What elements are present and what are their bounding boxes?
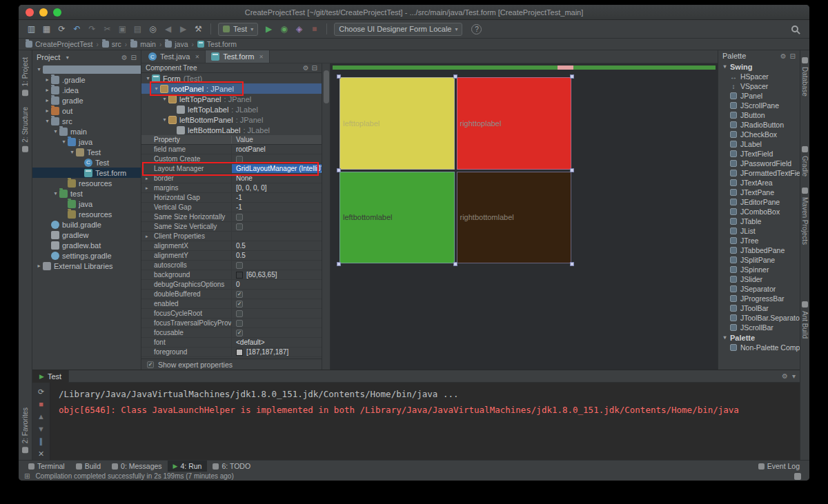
checkbox[interactable]: ✓ — [236, 330, 243, 336]
toolwindow-button-6-todo[interactable]: 6: TODO — [207, 461, 256, 472]
project-tree-item[interactable]: java — [32, 199, 141, 209]
property-row[interactable]: Horizontal Gap-1 — [141, 193, 322, 203]
find-icon[interactable]: ◎ — [146, 22, 160, 36]
palette-item[interactable]: JSplitPane — [718, 255, 800, 265]
settings-gear-icon[interactable]: ⚙ — [782, 372, 788, 380]
tool-stripe-button-2-favorites[interactable]: 2: Favorites — [21, 407, 29, 453]
hector-icon[interactable] — [794, 473, 801, 480]
maximize-window-button[interactable] — [53, 8, 61, 17]
open-project-icon[interactable]: ▥ — [24, 22, 39, 36]
property-row[interactable]: alignmentY0.5 — [141, 251, 322, 261]
editor-tab[interactable]: Test.java✕ — [143, 50, 206, 63]
settings-gear-icon[interactable]: ⚙ — [303, 64, 309, 72]
project-tree-item[interactable]: Test.form — [32, 168, 141, 178]
project-tree-item[interactable]: ▸gradle — [32, 95, 141, 105]
property-row[interactable]: doubleBuffered✓ — [141, 290, 322, 299]
palette-item[interactable]: JSlider — [718, 274, 800, 284]
property-row[interactable]: Same Size Horizontally — [141, 212, 322, 222]
palette-item[interactable]: JRadioButton — [718, 120, 800, 130]
form-panel[interactable]: rightbottomlabel — [457, 172, 572, 264]
project-tree-item[interactable]: ▾Test — [32, 147, 141, 157]
debug-button[interactable]: ◉ — [277, 22, 291, 36]
breadcrumb-item[interactable]: Test.form — [197, 40, 237, 48]
run-config-combo[interactable]: Test ▾ — [218, 23, 258, 36]
palette-item[interactable]: JTextField — [718, 149, 800, 159]
run-config-tab[interactable]: ▶ Test — [32, 370, 69, 383]
forward-arrow-icon[interactable]: ▶ — [176, 22, 190, 36]
build-hammer-icon[interactable]: ⚒ — [191, 22, 206, 36]
cut-icon[interactable]: ✂ — [100, 22, 115, 36]
back-arrow-icon[interactable]: ◀ — [161, 22, 175, 36]
breadcrumb-item[interactable]: src — [102, 40, 121, 48]
expert-properties-row[interactable]: ✓ Show expert properties — [141, 359, 322, 370]
tool-stripe-button-2-structure[interactable]: 2: Structure — [21, 107, 29, 152]
palette-item[interactable]: JToolBar — [718, 303, 800, 313]
toolwindow-button-build[interactable]: Build — [70, 461, 106, 472]
property-row[interactable]: Vertical Gap-1 — [141, 203, 322, 212]
resize-handle[interactable] — [570, 168, 574, 172]
project-tree-item[interactable]: ▸External Libraries — [32, 261, 141, 271]
property-row[interactable]: alignmentX0.5 — [141, 241, 322, 251]
toolwindow-button-0-messages[interactable]: 0: Messages — [106, 461, 168, 472]
hide-panel-icon[interactable]: ▾ — [792, 372, 796, 380]
project-tree-item[interactable]: Test — [32, 157, 141, 168]
collapse-panel-icon[interactable]: ⊟ — [790, 52, 796, 60]
tool-stripe-button-database[interactable]: Database — [801, 57, 809, 97]
clear-icon[interactable]: ✕ — [38, 450, 44, 458]
close-tab-icon[interactable]: ✕ — [195, 54, 199, 60]
project-tree-item[interactable]: settings.gradle — [32, 250, 141, 261]
tool-stripe-button-1-project[interactable]: 1: Project — [21, 57, 29, 96]
palette-item[interactable]: JTree — [718, 236, 800, 245]
form-designer-canvas[interactable]: lefttoplabelrighttoplabelleftbottomlabel… — [331, 63, 718, 370]
property-row[interactable]: Same Size Vertically — [141, 222, 322, 232]
resize-handle[interactable] — [337, 74, 341, 79]
undo-icon[interactable]: ↶ — [70, 22, 84, 36]
component-tree-item[interactable]: leftTopLabel: JLabel — [141, 104, 322, 114]
form-panel[interactable]: leftbottomlabel — [339, 172, 455, 264]
component-tree-item[interactable]: ▾leftTopPanel: JPanel — [141, 94, 322, 104]
stop-button[interactable]: ■ — [307, 22, 322, 36]
palette-item[interactable]: JToolBar.Separator — [718, 313, 800, 323]
quick-access-grid-icon[interactable]: ⊞ — [24, 472, 30, 480]
palette-group-header[interactable]: ▾Palette — [718, 332, 800, 343]
palette-item[interactable]: JButton — [718, 110, 800, 120]
project-tree-item[interactable]: gradlew — [32, 230, 141, 240]
property-row[interactable]: ▸Client Properties — [141, 232, 322, 241]
checkbox[interactable] — [236, 320, 243, 327]
project-tree-item[interactable]: ▸out — [32, 105, 141, 116]
property-row[interactable]: autoscrolls — [141, 261, 322, 270]
palette-item[interactable]: JScrollBar — [718, 323, 800, 332]
palette-item[interactable]: JPasswordField — [718, 159, 800, 168]
palette-item[interactable]: JPanel — [718, 91, 800, 101]
palette-item[interactable]: JList — [718, 226, 800, 236]
property-row[interactable]: background[60,63,65] — [141, 270, 322, 280]
palette-item[interactable]: JProgressBar — [718, 294, 800, 303]
project-tree-item[interactable]: ▸.idea — [32, 85, 141, 95]
palette-item[interactable]: ↔HSpacer — [718, 72, 800, 81]
collapse-panel-icon[interactable]: ⊟ — [312, 64, 317, 72]
copy-icon[interactable]: ▣ — [115, 22, 130, 36]
project-tree-item[interactable]: ▾test — [32, 188, 141, 199]
breadcrumb-item[interactable]: CreateProjectTest — [26, 40, 92, 48]
checkbox[interactable] — [236, 310, 243, 317]
property-row[interactable]: foreground[187,187,187] — [141, 347, 322, 357]
stop-icon[interactable]: ■ — [39, 401, 43, 408]
component-tree-item[interactable]: ▾rootPanel: JPanel — [141, 83, 322, 94]
console-output[interactable]: /Library/Java/JavaVirtualMachines/jdk1.8… — [50, 383, 800, 460]
rerun-icon[interactable]: ⟳ — [38, 388, 44, 396]
resize-handle[interactable] — [570, 74, 574, 79]
palette-group-header[interactable]: ▾Swing — [718, 61, 800, 72]
checkbox[interactable] — [236, 156, 243, 163]
paste-icon[interactable]: ▤ — [130, 22, 145, 36]
scrollbar-thumb[interactable] — [324, 70, 329, 103]
tool-stripe-button-maven-projects[interactable]: Maven Projects — [801, 188, 809, 245]
property-row[interactable]: focusCycleRoot — [141, 309, 322, 319]
property-row[interactable]: focusable✓ — [141, 328, 322, 338]
component-tree-item[interactable]: ▾leftBottomPanel: JPanel — [141, 114, 322, 125]
property-row[interactable]: focusTraversalPolicyProvider — [141, 319, 322, 328]
up-stack-icon[interactable]: ▲ — [37, 413, 45, 421]
checkbox[interactable] — [236, 262, 243, 269]
palette-item[interactable]: JScrollPane — [718, 101, 800, 110]
close-window-button[interactable] — [26, 8, 34, 17]
checkbox[interactable]: ✓ — [236, 301, 243, 308]
